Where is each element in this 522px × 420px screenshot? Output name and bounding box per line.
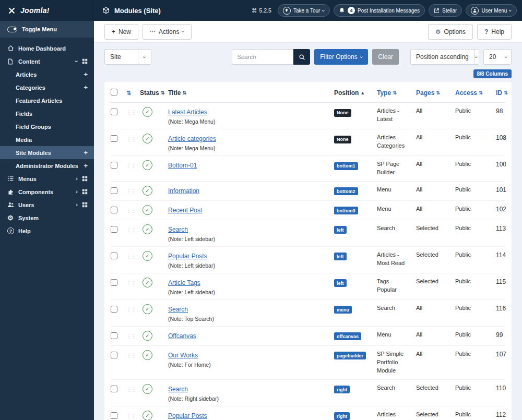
pages-sort-header[interactable]: Pages⇅: [416, 89, 440, 97]
status-published-icon[interactable]: ✓: [143, 160, 152, 170]
module-title-link[interactable]: Bottom-01: [168, 162, 197, 169]
post-installation-messages-button[interactable]: 4 Post Installation Messages: [334, 4, 425, 17]
module-title-link[interactable]: Information: [168, 187, 199, 195]
module-title-link[interactable]: Search: [168, 306, 188, 313]
status-published-icon[interactable]: ✓: [143, 384, 152, 394]
new-button[interactable]: + New: [104, 24, 138, 40]
user-menu-button[interactable]: User Menu ›: [466, 4, 517, 17]
add-icon[interactable]: +: [84, 71, 88, 78]
drag-handle-icon[interactable]: ⋮⋮: [126, 279, 136, 286]
row-select-checkbox[interactable]: [111, 279, 117, 286]
take-tour-button[interactable]: Take a Tour ›: [278, 4, 330, 17]
module-title-link[interactable]: Popular Posts: [168, 412, 207, 419]
list-limit-select[interactable]: 20 ›: [483, 49, 512, 65]
row-select-checkbox[interactable]: [111, 226, 117, 233]
title-sort-header[interactable]: Title⇅: [168, 89, 186, 97]
search-button[interactable]: [293, 49, 310, 65]
drag-handle-icon[interactable]: ⋮⋮: [126, 385, 136, 392]
client-filter-select[interactable]: Site ›: [104, 49, 151, 65]
sort-order-select[interactable]: Position ascending ›: [410, 49, 479, 65]
status-published-icon[interactable]: ✓: [143, 224, 152, 234]
template-preview-button[interactable]: Stellar: [429, 4, 462, 17]
sidebar-item-field-groups[interactable]: Field Groups: [0, 120, 94, 133]
status-published-icon[interactable]: ✓: [143, 331, 152, 341]
drag-handle-icon[interactable]: ⋮⋮: [126, 332, 136, 339]
sidebar-item-administrator-modules[interactable]: Administrator Modules+: [0, 159, 94, 172]
sidebar-item-media[interactable]: Media: [0, 133, 94, 146]
drag-handle-icon[interactable]: ⋮⋮: [126, 161, 136, 169]
add-icon[interactable]: +: [84, 149, 88, 156]
module-title-link[interactable]: Popular Posts: [168, 253, 207, 260]
drag-handle-icon[interactable]: ⋮⋮: [126, 305, 136, 313]
sidebar-item-content[interactable]: Content›: [0, 55, 94, 68]
status-published-icon[interactable]: ✓: [143, 107, 152, 117]
sidebar-item-fields[interactable]: Fields: [0, 107, 94, 120]
sidebar-item-components[interactable]: Components›: [0, 185, 94, 198]
add-icon[interactable]: +: [84, 84, 88, 91]
sidebar-item-system[interactable]: ⚙System: [0, 211, 94, 224]
row-select-checkbox[interactable]: [111, 207, 117, 213]
row-select-checkbox[interactable]: [111, 386, 117, 392]
status-published-icon[interactable]: ✓: [143, 205, 152, 215]
module-title-link[interactable]: Recent Post: [168, 207, 202, 214]
sidebar-item-home-dashboard[interactable]: Home Dashboard: [0, 42, 94, 55]
sidebar-item-featured-articles[interactable]: Featured Articles: [0, 94, 94, 107]
id-sort-header[interactable]: ID⇅: [496, 89, 508, 97]
drag-handle-icon[interactable]: ⋮⋮: [126, 187, 136, 194]
position-sort-header[interactable]: Position▲: [334, 89, 365, 97]
module-title-link[interactable]: Offcanvas: [168, 332, 196, 340]
dashboard-grid-icon[interactable]: [82, 189, 88, 195]
drag-handle-icon[interactable]: ⋮⋮: [126, 108, 136, 115]
drag-handle-icon[interactable]: ⋮⋮: [126, 135, 136, 142]
actions-button[interactable]: ⋯ Actions ›: [143, 24, 192, 40]
status-published-icon[interactable]: ✓: [143, 186, 152, 196]
module-title-link[interactable]: Search: [168, 386, 188, 393]
drag-handle-icon[interactable]: ⋮⋮: [126, 252, 136, 259]
clear-button[interactable]: Clear: [372, 49, 399, 65]
row-select-checkbox[interactable]: [111, 332, 117, 339]
row-select-checkbox[interactable]: [111, 253, 117, 259]
sidebar-item-site-modules[interactable]: Site Modules+: [0, 146, 94, 159]
row-select-checkbox[interactable]: [111, 306, 117, 313]
columns-toggle-badge[interactable]: 8/8 Columns: [473, 69, 512, 78]
help-button[interactable]: ? Help: [477, 24, 512, 40]
status-published-icon[interactable]: ✓: [143, 350, 152, 360]
dashboard-grid-icon[interactable]: [82, 58, 88, 64]
sidebar-item-menus[interactable]: Menus›: [0, 172, 94, 185]
row-select-checkbox[interactable]: [111, 162, 117, 169]
ordering-sort-header[interactable]: ⇅: [126, 90, 131, 97]
sidebar-item-articles[interactable]: Articles+: [0, 68, 94, 81]
row-select-checkbox[interactable]: [111, 352, 117, 358]
module-title-link[interactable]: Latest Articles: [168, 109, 207, 116]
add-icon[interactable]: +: [84, 162, 88, 169]
row-select-checkbox[interactable]: [111, 412, 117, 419]
toggle-menu-button[interactable]: Toggle Menu: [0, 21, 94, 38]
module-title-link[interactable]: Article Tags: [168, 279, 200, 286]
dashboard-grid-icon[interactable]: [82, 202, 88, 208]
options-button[interactable]: ⚙ Options: [428, 24, 473, 40]
sidebar-item-categories[interactable]: Categories+: [0, 81, 94, 94]
row-select-checkbox[interactable]: [111, 135, 117, 142]
drag-handle-icon[interactable]: ⋮⋮: [126, 351, 136, 358]
drag-handle-icon[interactable]: ⋮⋮: [126, 206, 136, 213]
select-all-checkbox[interactable]: [111, 89, 117, 95]
status-published-icon[interactable]: ✓: [143, 411, 152, 420]
drag-handle-icon[interactable]: ⋮⋮: [126, 225, 136, 233]
row-select-checkbox[interactable]: [111, 109, 117, 115]
status-published-icon[interactable]: ✓: [143, 134, 152, 143]
filter-options-button[interactable]: Filter Options ›: [314, 49, 368, 65]
sidebar-item-users[interactable]: Users›: [0, 198, 94, 211]
module-title-link[interactable]: Article categories: [168, 135, 216, 142]
row-select-checkbox[interactable]: [111, 187, 117, 194]
access-sort-header[interactable]: Access⇅: [455, 89, 483, 97]
type-sort-header[interactable]: Type⇅: [377, 89, 397, 97]
dashboard-grid-icon[interactable]: [82, 176, 88, 182]
status-sort-header[interactable]: Status⇅: [140, 89, 164, 97]
module-title-link[interactable]: Search: [168, 226, 188, 233]
status-published-icon[interactable]: ✓: [143, 278, 152, 287]
drag-handle-icon[interactable]: ⋮⋮: [126, 412, 136, 419]
status-published-icon[interactable]: ✓: [143, 304, 152, 314]
search-input[interactable]: [232, 49, 293, 65]
module-title-link[interactable]: Our Works: [168, 352, 198, 359]
status-published-icon[interactable]: ✓: [143, 251, 152, 261]
